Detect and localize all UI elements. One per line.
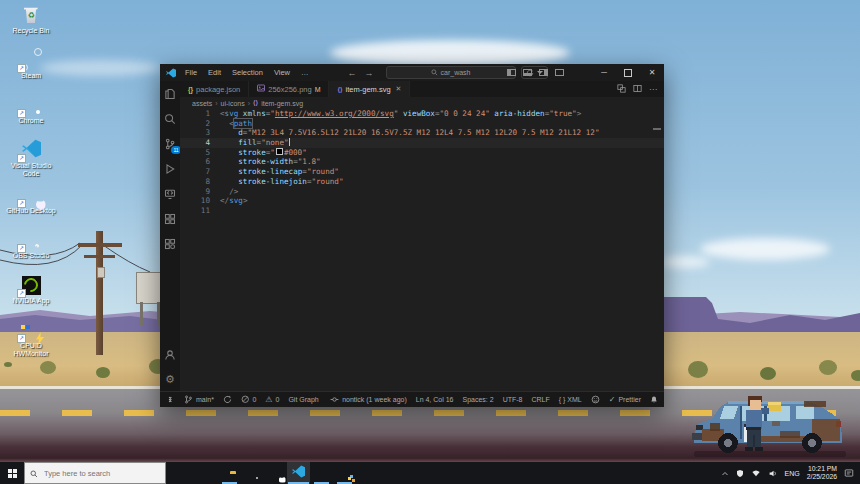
close-tab-icon[interactable]: ✕ bbox=[396, 85, 402, 93]
taskbar-app-vscode[interactable] bbox=[287, 462, 310, 484]
taskbar-app-file-explorer[interactable] bbox=[218, 462, 241, 484]
start-button[interactable] bbox=[0, 462, 24, 484]
desktop-icon-chrome[interactable]: ↗Chrome bbox=[2, 94, 60, 138]
status-git-graph[interactable]: Git Graph bbox=[288, 396, 318, 403]
code-line-3[interactable]: 3 d="M12 3L4 7.5V16.5L12 21L20 16.5V7.5Z… bbox=[180, 128, 664, 138]
code-line-6[interactable]: 6 stroke-width="1.8" bbox=[180, 157, 664, 167]
minimize-button[interactable]: ─ bbox=[592, 64, 616, 81]
status-0[interactable]: 0 bbox=[241, 395, 256, 405]
hidden-icons-chevron[interactable] bbox=[721, 464, 729, 482]
code-line-8[interactable]: 8 stroke-linejoin="round" bbox=[180, 177, 664, 187]
desktop-icon-recycle-bin[interactable]: ♻Recycle Bin bbox=[2, 4, 60, 48]
toggle-secondary-sidebar-icon[interactable] bbox=[539, 69, 548, 76]
activity-extensions-icon[interactable] bbox=[162, 212, 178, 226]
activity-files-icon[interactable] bbox=[162, 87, 178, 101]
status-utf-8[interactable]: UTF-8 bbox=[503, 396, 523, 403]
desktop-icon-vscode[interactable]: ↗Visual Studio Code bbox=[2, 139, 60, 183]
menu-item-[interactable]: … bbox=[296, 66, 314, 79]
taskbar-search[interactable] bbox=[24, 462, 166, 484]
layout-controls bbox=[507, 69, 564, 76]
desktop-icon-label: CPUID HWMonitor bbox=[2, 342, 60, 357]
more-actions-icon[interactable]: ⋯ bbox=[649, 85, 657, 94]
toggle-panel-icon[interactable] bbox=[523, 69, 532, 76]
status-ln-4-col-16[interactable]: Ln 4, Col 16 bbox=[416, 396, 454, 403]
taskbar-app-chrome[interactable] bbox=[241, 462, 264, 484]
status-remote-status[interactable] bbox=[166, 395, 175, 405]
code-line-10[interactable]: 10</svg> bbox=[180, 196, 664, 206]
status-spaces-2[interactable]: Spaces: 2 bbox=[463, 396, 494, 403]
status-main[interactable]: main* bbox=[184, 395, 214, 405]
desktop-icon-steam[interactable]: ↗Steam bbox=[2, 49, 60, 93]
activity-remote-icon[interactable] bbox=[162, 187, 178, 201]
taskbar-app-github-desktop[interactable] bbox=[264, 462, 287, 484]
taskbar-search-input[interactable] bbox=[42, 468, 160, 479]
code-line-7[interactable]: 7 stroke-linecap="round" bbox=[180, 167, 664, 177]
language-indicator[interactable]: ENG bbox=[785, 470, 800, 477]
breadcrumb-item[interactable]: assets bbox=[192, 100, 212, 107]
tab-bar: {}package.json256x256.pngM⟨⟩item-gem.svg… bbox=[180, 81, 664, 97]
clock[interactable]: 10:21 PM 2/25/2026 bbox=[807, 465, 837, 481]
desktop-icon-github-desktop[interactable]: ↗GitHub Desktop bbox=[2, 184, 60, 228]
defender-shield-icon[interactable] bbox=[736, 464, 744, 482]
menu-item-edit[interactable]: Edit bbox=[203, 66, 226, 79]
tab-256x256-png[interactable]: 256x256.pngM bbox=[249, 81, 329, 97]
status-prettier[interactable]: ✓Prettier bbox=[609, 395, 641, 404]
status-crlf[interactable]: CRLF bbox=[531, 396, 549, 403]
code-line-11[interactable]: 11 bbox=[180, 206, 664, 216]
status-bell[interactable] bbox=[650, 395, 658, 405]
menu-item-file[interactable]: File bbox=[180, 66, 202, 79]
code-editor[interactable]: 1<svg xmlns="http://www.w3.org/2000/svg"… bbox=[180, 109, 664, 392]
taskbar-app-aseprite[interactable] bbox=[310, 462, 333, 484]
color-swatch[interactable] bbox=[276, 148, 283, 155]
taskbar-app-color-wheel[interactable] bbox=[172, 462, 195, 484]
command-center[interactable]: car_wash bbox=[386, 66, 516, 79]
code-line-5[interactable]: 5 stroke="#000" bbox=[180, 148, 664, 158]
desktop-icon-nvidia[interactable]: ↗NVIDIA App bbox=[2, 274, 60, 318]
status-xml[interactable]: { } XML bbox=[559, 396, 582, 403]
desktop-icon-cpuid[interactable]: ↗CPUID HWMonitor bbox=[2, 319, 60, 363]
tab-package-json[interactable]: {}package.json bbox=[180, 81, 249, 97]
volume-icon[interactable] bbox=[768, 464, 778, 482]
breadcrumb-separator: › bbox=[215, 100, 217, 107]
activity-debug-icon[interactable] bbox=[162, 162, 178, 176]
status-smiley[interactable] bbox=[591, 395, 600, 405]
split-editor-icon[interactable] bbox=[633, 84, 642, 95]
taskbar-app-edge[interactable] bbox=[195, 462, 218, 484]
activity-source-control-icon[interactable]: 11 bbox=[162, 137, 178, 151]
code-line-1[interactable]: 1<svg xmlns="http://www.w3.org/2000/svg"… bbox=[180, 109, 664, 119]
code-line-2[interactable]: 2 <path bbox=[180, 119, 664, 129]
menu-item-selection[interactable]: Selection bbox=[227, 66, 268, 79]
activity-search-icon[interactable] bbox=[162, 112, 178, 126]
activity-settings-icon[interactable]: ⚙ bbox=[162, 372, 178, 386]
activity-grid-gear-icon[interactable] bbox=[162, 237, 178, 251]
branch-icon bbox=[184, 395, 193, 405]
action-center-icon[interactable] bbox=[844, 464, 854, 482]
svg-icon: ⟨⟩ bbox=[253, 99, 258, 107]
code-line-4[interactable]: 4 fill="none" bbox=[180, 138, 664, 148]
recycle-bin-icon: ♻ bbox=[24, 7, 38, 23]
open-changes-icon[interactable] bbox=[617, 84, 626, 95]
network-icon[interactable] bbox=[751, 464, 761, 482]
code-line-9[interactable]: 9 /> bbox=[180, 187, 664, 197]
activity-account-icon[interactable] bbox=[162, 348, 178, 362]
taskbar-app-pixel-game[interactable] bbox=[333, 462, 356, 484]
breadcrumb[interactable]: assets›ui-icons›⟨⟩item-gem.svg bbox=[180, 97, 664, 109]
status-text: Spaces: 2 bbox=[463, 396, 494, 403]
menu-item-view[interactable]: View bbox=[269, 66, 295, 79]
status-nontick-1-week-ago[interactable]: nontick (1 week ago) bbox=[330, 395, 407, 405]
breadcrumb-item[interactable]: item-gem.svg bbox=[261, 100, 303, 107]
status-sync[interactable] bbox=[223, 395, 232, 405]
toggle-sidebar-icon[interactable] bbox=[507, 69, 516, 76]
tab-label: 256x256.png bbox=[268, 85, 311, 94]
tab-item-gem-svg[interactable]: ⟨⟩item-gem.svg✕ bbox=[329, 81, 410, 97]
customize-layout-icon[interactable] bbox=[555, 69, 564, 76]
close-button[interactable]: ✕ bbox=[640, 64, 664, 81]
status-0[interactable]: ⚠0 bbox=[265, 396, 279, 404]
desktop-icon-obs[interactable]: ↗OBS Studio bbox=[2, 229, 60, 273]
back-icon[interactable]: ← bbox=[348, 68, 357, 78]
breadcrumb-item[interactable]: ui-icons bbox=[221, 100, 245, 107]
window-controls: ─ ✕ bbox=[592, 64, 664, 81]
maximize-button[interactable] bbox=[616, 64, 640, 81]
status-text: 0 bbox=[275, 396, 279, 403]
forward-icon[interactable]: → bbox=[365, 68, 374, 78]
